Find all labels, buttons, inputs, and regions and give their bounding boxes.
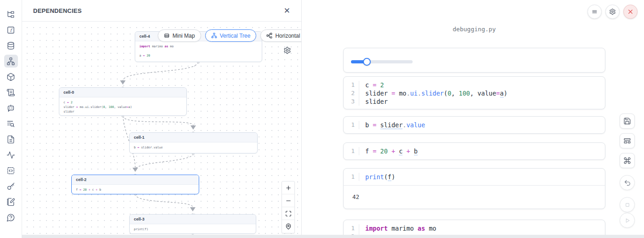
help-icon (6, 213, 15, 222)
horizontal-scrollbar[interactable] (22, 235, 644, 238)
map-pin-icon (285, 223, 292, 230)
code-cell-1[interactable]: 123 c = 2slider = mo.ui.slider(0, 100, v… (343, 76, 605, 109)
mini-map-button[interactable]: Mini Map (158, 29, 201, 42)
dependency-graph-canvas[interactable]: cell-4 import marimo as moa = 20 cell-0 … (22, 22, 301, 235)
hamburger-icon (591, 8, 598, 15)
dependency-graph-icon (6, 57, 15, 66)
code-editor[interactable]: c = 2slider = mo.ui.slider(0, 100, value… (359, 81, 507, 106)
sidebar-item-datasources[interactable] (4, 39, 18, 52)
dependencies-panel-header: DEPENDENCIES ✕ (22, 0, 301, 22)
node-code: import marimo as moa = 20 (135, 41, 262, 60)
code-editor[interactable]: b = slider.value (359, 121, 425, 129)
plus-icon (285, 185, 292, 191)
fullscreen-button[interactable] (282, 207, 294, 220)
node-code: f = 20 + c + b (72, 185, 199, 194)
horizontal-tree-label: Horizontal Tree (275, 33, 301, 39)
cells-column: 123 c = 2slider = mo.ui.slider(0, 100, v… (343, 0, 605, 238)
code-editor[interactable]: f = 20 + c + b (359, 147, 418, 155)
node-title: cell-1 (130, 133, 257, 142)
mini-map-label: Mini Map (172, 33, 195, 39)
stop-button[interactable] (620, 197, 635, 212)
node-code: b = slider.value (130, 142, 257, 152)
layout-button[interactable] (620, 133, 635, 148)
slider-widget[interactable] (351, 60, 413, 64)
sidebar-item-secrets[interactable] (4, 180, 18, 193)
code-cell-4[interactable]: 1 print(f) 42 (343, 168, 605, 209)
node-title: cell-2 (72, 175, 199, 185)
slider-cell (343, 48, 605, 73)
datasources-icon (6, 41, 15, 50)
cell-output: 42 (344, 185, 605, 208)
documentation-icon (6, 135, 15, 144)
vertical-tree-icon (211, 33, 217, 39)
app: f DEPENDENCIES ✕ (0, 0, 644, 238)
snippets-icon (6, 166, 15, 175)
keyboard-shortcuts-button[interactable] (620, 153, 635, 168)
undo-button[interactable] (620, 175, 635, 190)
logs-icon (6, 119, 15, 128)
top-actions (587, 5, 638, 19)
zoom-out-button[interactable] (282, 194, 294, 207)
command-icon (623, 157, 631, 164)
graph-node-cell-3[interactable]: cell-3 print(f) (129, 214, 256, 234)
packages-icon (6, 73, 15, 81)
gear-icon (283, 46, 291, 54)
sidebar-item-tracing[interactable] (4, 148, 18, 161)
node-title: cell-3 (130, 215, 256, 224)
undo-icon (624, 179, 631, 187)
slider-thumb[interactable] (363, 58, 371, 66)
file-explorer-icon (6, 10, 15, 19)
close-icon (627, 8, 634, 15)
code-cell-3[interactable]: 1 f = 20 + c + b (343, 142, 605, 160)
sidebar-item-variables[interactable]: f (4, 23, 18, 36)
sidebar-item-packages[interactable] (4, 70, 18, 83)
variables-icon: f (6, 26, 15, 34)
line-numbers: 1 (344, 147, 359, 155)
sidebar-item-snippets[interactable] (4, 164, 18, 177)
left-icon-rail: f (0, 0, 22, 238)
rows-icon (164, 33, 170, 39)
stop-icon (624, 201, 631, 209)
line-numbers: 1 (344, 173, 359, 181)
graph-settings-button[interactable] (283, 46, 292, 55)
outline-icon (6, 88, 15, 97)
sidebar-item-help[interactable] (4, 211, 18, 224)
menu-button[interactable] (587, 5, 602, 19)
shutdown-button[interactable] (623, 5, 638, 19)
sidebar-item-logs[interactable] (4, 117, 18, 130)
gear-icon (609, 8, 616, 15)
line-numbers: 123 (344, 81, 359, 106)
close-icon[interactable]: ✕ (284, 7, 290, 15)
line-numbers: 1 (344, 121, 359, 129)
code-cell-2[interactable]: 1 b = slider.value (343, 116, 605, 134)
node-title: cell-0 (59, 88, 186, 97)
run-button[interactable] (620, 213, 635, 228)
sidebar-item-documentation[interactable] (4, 133, 18, 146)
settings-button[interactable] (605, 5, 620, 19)
graph-node-cell-2[interactable]: cell-2 f = 20 + c + b (71, 175, 199, 194)
secrets-icon (6, 182, 15, 191)
fullscreen-icon (285, 210, 292, 217)
panel-title: DEPENDENCIES (33, 7, 82, 14)
graph-zoom-controls (282, 181, 295, 233)
sidebar-item-file-explorer[interactable] (4, 8, 18, 21)
save-button[interactable] (620, 113, 635, 129)
sidebar-item-ai-chat[interactable] (4, 102, 18, 114)
minus-icon (285, 198, 292, 204)
ai-chat-icon (6, 104, 15, 113)
vertical-tree-label: Vertical Tree (220, 33, 251, 39)
sidebar-item-dependency-graph[interactable] (4, 55, 18, 68)
graph-node-cell-0[interactable]: cell-0 c = 2slider = mo.ui.slider(0, 100… (59, 87, 187, 116)
tracing-icon (6, 151, 15, 159)
play-icon (624, 217, 631, 224)
zoom-in-button[interactable] (282, 181, 294, 194)
graph-node-cell-1[interactable]: cell-1 b = slider.value (129, 132, 258, 153)
dependencies-panel: DEPENDENCIES ✕ (22, 0, 302, 238)
code-editor[interactable]: print(f) (359, 173, 395, 181)
vertical-tree-button[interactable]: Vertical Tree (205, 29, 257, 42)
node-code: print(f) (130, 224, 256, 233)
fit-view-button[interactable] (282, 220, 294, 233)
sidebar-item-scratchpad[interactable] (4, 195, 18, 208)
sidebar-item-outline[interactable] (4, 86, 18, 99)
horizontal-tree-button[interactable]: Horizontal Tree (260, 29, 301, 42)
